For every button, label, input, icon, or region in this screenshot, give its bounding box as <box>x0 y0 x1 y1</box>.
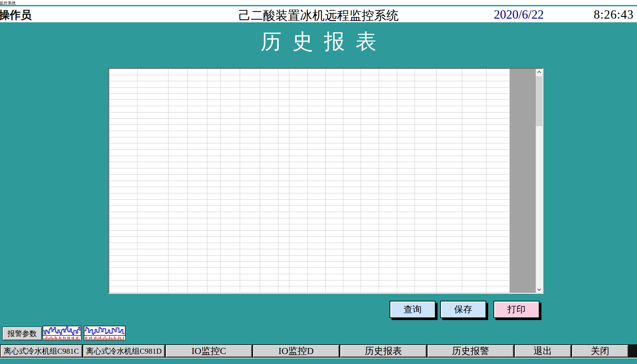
report-cell <box>486 212 510 218</box>
report-cell <box>415 168 437 175</box>
report-cell <box>437 206 462 212</box>
report-cell <box>260 175 278 181</box>
alarm-params-button[interactable]: 报警参数 <box>2 327 42 340</box>
report-cell <box>240 193 260 200</box>
scroll-down-button[interactable] <box>536 286 542 293</box>
report-cell <box>379 162 397 168</box>
report-cell <box>462 150 486 156</box>
report-cell <box>240 106 260 112</box>
report-cell <box>437 112 462 119</box>
report-cell <box>188 106 207 112</box>
page-title: 历史报表 <box>0 27 637 56</box>
report-cell <box>486 224 510 231</box>
report-cell <box>415 193 437 200</box>
report-cell <box>289 286 308 293</box>
save-button[interactable]: 保存 <box>440 301 486 318</box>
print-button[interactable]: 打印 <box>493 301 539 318</box>
report-cell <box>221 256 240 262</box>
report-cell <box>462 125 486 131</box>
report-cell <box>278 181 289 187</box>
nav-close[interactable]: 关闭 <box>572 345 628 357</box>
report-cell <box>486 181 510 187</box>
report-cell <box>397 262 415 268</box>
report-cell <box>207 168 221 175</box>
report-cell <box>415 280 437 287</box>
report-cell <box>207 69 221 75</box>
report-cell <box>260 224 278 231</box>
report-cell <box>138 94 168 100</box>
nav-history-alarm[interactable]: 历史报警 <box>428 345 513 357</box>
report-cell <box>221 274 240 280</box>
scroll-up-button[interactable] <box>536 69 542 76</box>
nav-history-report[interactable]: 历史报表 <box>340 345 426 357</box>
report-cell <box>326 200 343 206</box>
trend-thumbnail-c981d[interactable] <box>84 326 126 340</box>
history-report-table[interactable] <box>108 68 543 294</box>
report-cell <box>221 231 240 237</box>
report-cell <box>379 69 397 75</box>
report-cell <box>221 249 240 256</box>
report-cell <box>138 69 168 75</box>
vertical-scrollbar[interactable] <box>536 69 542 293</box>
report-cell <box>308 168 326 175</box>
report-cell <box>415 112 437 119</box>
report-cell <box>379 175 397 181</box>
report-cell <box>109 237 138 243</box>
query-button[interactable]: 查询 <box>390 301 436 318</box>
report-cell <box>343 162 361 168</box>
report-cell <box>415 131 437 137</box>
report-cell <box>437 237 462 243</box>
report-cell <box>278 131 289 137</box>
report-cell <box>138 200 168 206</box>
report-cell <box>415 262 437 268</box>
report-cell <box>486 280 510 287</box>
report-cell <box>260 168 278 175</box>
report-cell <box>221 237 240 243</box>
report-cell <box>109 286 138 293</box>
report-cell <box>343 193 361 200</box>
report-cell <box>379 131 397 137</box>
report-cell <box>168 200 188 206</box>
trend-thumbnail-c981c[interactable] <box>43 326 81 340</box>
report-cell <box>138 162 168 168</box>
report-cell <box>343 256 361 262</box>
report-cell <box>397 237 415 243</box>
report-cell <box>437 193 462 200</box>
report-cell <box>308 193 326 200</box>
report-cell <box>109 268 138 274</box>
trend-line-chart <box>84 326 126 336</box>
report-cell <box>138 256 168 262</box>
nav-chiller-c981c[interactable]: 离心式冷水机组C981C <box>1 345 82 357</box>
report-cell <box>207 212 221 218</box>
report-cell <box>168 206 188 212</box>
report-cell <box>109 143 138 150</box>
report-cell <box>397 137 415 144</box>
report-cell <box>221 286 240 293</box>
report-cell <box>415 212 437 218</box>
report-cell <box>168 112 188 119</box>
report-cell <box>240 212 260 218</box>
report-cell <box>343 112 361 119</box>
nav-exit[interactable]: 退出 <box>515 345 571 357</box>
report-cell <box>415 206 437 212</box>
report-cell <box>138 268 168 274</box>
report-cell <box>437 143 462 150</box>
report-cell <box>308 156 326 162</box>
report-cell <box>260 212 278 218</box>
report-cell <box>260 162 278 168</box>
report-cell <box>260 200 278 206</box>
nav-io-monitor-d[interactable]: IO监控D <box>253 345 339 357</box>
scrollbar-thumb[interactable] <box>536 76 542 126</box>
report-cell <box>221 119 240 125</box>
report-cell <box>462 193 486 200</box>
report-cell <box>109 243 138 249</box>
report-cell <box>207 286 221 293</box>
report-cell <box>343 143 361 150</box>
report-cell <box>361 200 379 206</box>
nav-io-monitor-c[interactable]: IO监控C <box>166 345 252 357</box>
nav-chiller-c981d[interactable]: 离心式冷水机组C981D <box>83 345 164 357</box>
report-cell <box>343 137 361 144</box>
report-cell <box>188 243 207 249</box>
report-cell <box>326 224 343 231</box>
report-cell <box>221 162 240 168</box>
